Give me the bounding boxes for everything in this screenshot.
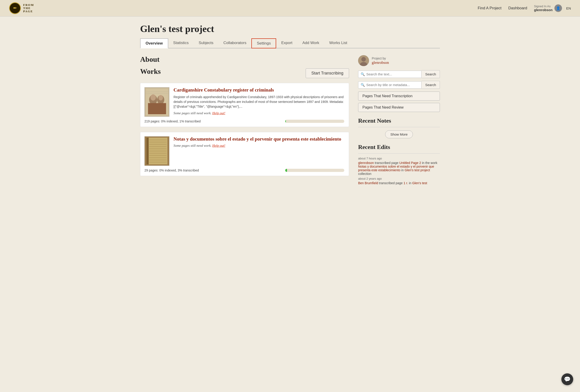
progress-bar (285, 120, 286, 123)
tab-collaborators[interactable]: Collaborators (218, 38, 251, 48)
signed-in-label: Signed In As (534, 4, 553, 8)
work-pages-info: 219 pages: 0% indexed, 1% transcribed (145, 120, 201, 123)
work-pages-info: 29 pages: 0% indexed, 3% transcribed (145, 168, 199, 172)
work-card: Notas y documentos sobre el estado y el … (140, 132, 349, 176)
recent-edit-item: about 7 hours ago glenrobson transcribed… (358, 157, 440, 176)
recent-edit-item: about 2 years ago Ben Brumfield transcri… (358, 177, 440, 185)
nav-find-project[interactable]: Find A Project (478, 6, 501, 10)
metadata-search-input-wrap: 🔍 (358, 81, 422, 89)
project-owner-avatar (358, 55, 369, 66)
progress-bar (285, 169, 287, 172)
main-content: Glen's test project Overview Statistics … (131, 16, 449, 193)
thumbnail-image (145, 136, 169, 166)
nav-dashboard[interactable]: Dashboard (508, 6, 527, 10)
tab-statistics[interactable]: Statistics (168, 38, 194, 48)
work-status: Some pages still need work. Help out! (173, 111, 344, 115)
recent-edits-title: Recent Edits (358, 144, 440, 150)
header: ✒ FROM THE PAGE Find A Project Dashboard… (0, 0, 580, 16)
main-nav: Find A Project Dashboard Signed In As gl… (478, 4, 571, 12)
edit-in2-text: in (401, 168, 405, 172)
divider (358, 127, 440, 127)
about-title: About (140, 55, 349, 64)
text-search-input[interactable] (366, 72, 419, 76)
edit-end-text: collection (358, 172, 371, 176)
work-title-link[interactable]: Cardiganshire Constabulary register of c… (173, 87, 344, 93)
logo[interactable]: ✒ FROM THE PAGE (9, 2, 34, 14)
work-thumbnail (145, 87, 169, 117)
logo-text: FROM THE PAGE (23, 3, 34, 13)
thumbnail-image (145, 87, 169, 117)
work-help-link[interactable]: Help out! (212, 111, 225, 115)
edit-in-text: in (409, 181, 412, 185)
tab-subjects[interactable]: Subjects (194, 38, 218, 48)
work-status: Some pages still need work. Help out! (173, 144, 344, 148)
work-help-link[interactable]: Help out! (212, 144, 225, 147)
metadata-search-row: 🔍 Search (358, 81, 440, 89)
metadata-search-input[interactable] (366, 83, 419, 87)
edit-user-link[interactable]: glenrobson (358, 161, 374, 165)
user-avatar[interactable]: 👤 (554, 4, 562, 12)
edit-action: transcribed page (375, 161, 399, 165)
work-card-inner: Cardiganshire Constabulary register of c… (145, 87, 344, 117)
svg-point-25 (361, 57, 366, 62)
metadata-search-button[interactable]: Search (422, 81, 440, 89)
tab-export[interactable]: Export (276, 38, 297, 48)
edit-action: transcribed page (379, 181, 404, 185)
progress-bar-wrap (285, 169, 344, 172)
work-card: Cardiganshire Constabulary register of c… (140, 83, 349, 127)
works-header: Works Start Transcribing (140, 67, 349, 79)
edit-time: about 2 years ago (358, 177, 440, 180)
sidebar: Project by glenrobson 🔍 Search 🔍 Search (358, 55, 440, 186)
pages-need-review-button[interactable]: Pages That Need Review (358, 103, 440, 112)
work-info: Notas y documentos sobre el estado y el … (173, 136, 344, 166)
text-search-button[interactable]: Search (422, 70, 440, 78)
work-card-inner: Notas y documentos sobre el estado y el … (145, 136, 344, 166)
project-owner-link[interactable]: glenrobson (372, 60, 389, 65)
edit-work-link[interactable]: Glen's test (412, 181, 427, 185)
signed-in-username: glenrobson (534, 8, 553, 12)
work-footer: 219 pages: 0% indexed, 1% transcribed (145, 120, 344, 123)
content-area: About Works Start Transcribing (140, 55, 440, 186)
page-title: Glen's test project (140, 23, 440, 34)
pages-need-transcription-button[interactable]: Pages That Need Transcription (358, 92, 440, 101)
project-by-label: Project by (372, 57, 386, 60)
work-title-link[interactable]: Notas y documentos sobre el estado y el … (173, 136, 344, 142)
edit-time: about 7 hours ago (358, 157, 440, 160)
tabs-bar: Overview Statistics Subjects Collaborato… (140, 38, 440, 48)
text-search-input-wrap: 🔍 (358, 71, 422, 78)
works-title: Works (140, 67, 161, 76)
edit-in-text: in the work (422, 161, 437, 165)
search-icon: 🔍 (361, 72, 365, 76)
tab-settings[interactable]: Settings (251, 38, 276, 48)
text-search-row: 🔍 Search (358, 70, 440, 78)
work-info: Cardiganshire Constabulary register of c… (173, 87, 344, 117)
edit-page-link[interactable]: Untitled Page 2 (399, 161, 421, 165)
svg-rect-4 (148, 103, 158, 114)
progress-bar-wrap (285, 120, 344, 123)
work-description: Register of criminals apprehended by Car… (173, 95, 344, 109)
start-transcribing-button[interactable]: Start Transcribing (306, 68, 349, 78)
project-by-text: Project by glenrobson (372, 56, 389, 65)
svg-point-6 (158, 95, 163, 101)
search-icon: 🔍 (361, 83, 365, 87)
edit-page-link[interactable]: 1 r. (404, 181, 408, 185)
project-by: Project by glenrobson (358, 55, 440, 66)
recent-notes-title: Recent Notes (358, 118, 440, 124)
tab-overview[interactable]: Overview (140, 38, 168, 48)
work-thumbnail (145, 136, 169, 166)
language-selector[interactable]: EN (566, 6, 571, 10)
svg-point-3 (150, 95, 156, 101)
logo-icon: ✒ (9, 2, 21, 14)
tab-works-list[interactable]: Works List (324, 38, 352, 48)
show-more-button[interactable]: Show More (385, 130, 413, 138)
edit-user-link[interactable]: Ben Brumfield (358, 181, 378, 185)
main-panel: About Works Start Transcribing (140, 55, 349, 186)
svg-rect-7 (157, 103, 166, 114)
divider (358, 153, 440, 153)
work-footer: 29 pages: 0% indexed, 3% transcribed (145, 168, 344, 172)
tab-add-work[interactable]: Add Work (297, 38, 324, 48)
svg-rect-12 (146, 138, 149, 164)
signed-in-section: Signed In As glenrobson 👤 EN (534, 4, 571, 12)
edit-collection-link[interactable]: Glen's test project (405, 168, 430, 172)
